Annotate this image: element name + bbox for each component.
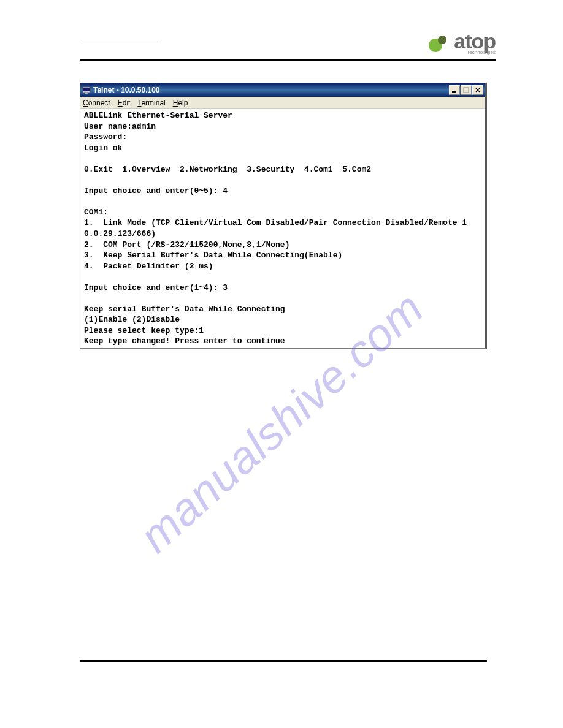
menu-help[interactable]: Help [173,99,188,107]
svg-point-1 [438,36,446,44]
window-menubar: Connect Edit Terminal Help [80,97,485,109]
terminal-output[interactable]: ABLELink Ethernet-Serial Server User nam… [80,109,485,348]
svg-rect-4 [85,93,88,94]
window-controls [449,85,483,95]
header-underline [80,42,159,42]
close-button[interactable] [472,85,483,95]
brand-logo: atop Technologies [427,31,496,55]
logo-tagline: Technologies [454,50,496,55]
telnet-app-icon [82,86,91,94]
svg-rect-5 [452,91,456,93]
telnet-window: Telnet - 10.0.50.100 Connect Edit Termin… [80,83,487,349]
minimize-button[interactable] [449,85,460,95]
atop-logo-icon [427,31,451,55]
footer-rule [80,660,487,662]
page-header: atop Technologies [80,31,496,61]
menu-connect[interactable]: Connect [83,99,110,107]
window-title: Telnet - 10.0.50.100 [93,86,449,94]
menu-edit[interactable]: Edit [118,99,131,107]
logo-brand-text: atop [454,31,496,51]
maximize-button[interactable] [461,85,472,95]
window-titlebar[interactable]: Telnet - 10.0.50.100 [80,83,485,97]
svg-rect-6 [464,88,469,93]
menu-terminal[interactable]: Terminal [137,99,165,107]
svg-rect-3 [83,88,90,91]
